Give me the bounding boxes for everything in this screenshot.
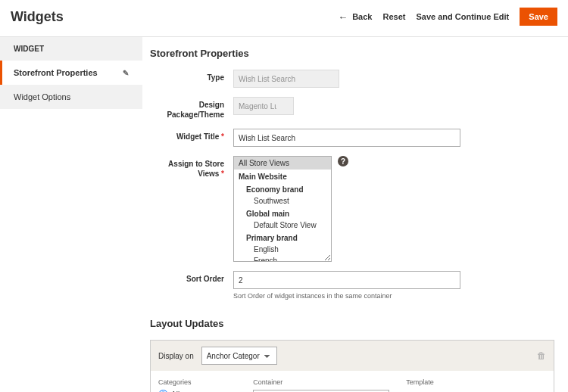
widget-title-input[interactable] xyxy=(233,129,460,147)
layout-section: Layout Updates Display on Anchor Categor… xyxy=(150,318,554,392)
delete-icon[interactable]: 🗑 xyxy=(537,350,546,361)
template-label: Template xyxy=(406,378,495,386)
row-type: Type Wish List Search xyxy=(150,70,554,88)
row-theme: Design Package/Theme Magento Luma xyxy=(150,97,554,120)
template-col: Template Wish List Search Template xyxy=(406,378,495,392)
theme-label: Design Package/Theme xyxy=(150,97,233,120)
edit-icon: ✎ xyxy=(123,69,129,77)
layout-update-body: Categories All Specific Categories Conta… xyxy=(151,371,554,392)
save-button[interactable]: Save xyxy=(520,8,557,26)
sv-english[interactable]: English xyxy=(234,244,331,255)
assign-label: Assign to Store Views xyxy=(150,156,233,179)
sv-all[interactable]: All Store Views xyxy=(234,157,331,170)
reset-button[interactable]: Reset xyxy=(382,12,405,21)
title-label: Widget Title xyxy=(150,129,233,142)
sv-french[interactable]: French xyxy=(234,255,331,262)
type-label: Type xyxy=(150,70,233,82)
sidebar-title: WIDGET xyxy=(0,37,142,61)
sort-note: Sort Order of widget instances in the sa… xyxy=(233,292,392,300)
sv-default-store-view[interactable]: Default Store View xyxy=(234,219,331,231)
container-label: Container xyxy=(253,378,389,386)
header-actions: ←Back Reset Save and Continue Edit Save xyxy=(338,8,557,26)
row-store-views: Assign to Store Views All Store Views Ma… xyxy=(150,156,554,262)
sidebar: WIDGET Storefront Properties ✎ Widget Op… xyxy=(0,37,142,392)
layout-update-item: Display on Anchor Categories 🗑 Categorie… xyxy=(150,340,554,392)
storefront-section-title: Storefront Properties xyxy=(150,48,554,59)
categories-label: Categories xyxy=(158,378,236,386)
content: WIDGET Storefront Properties ✎ Widget Op… xyxy=(0,37,568,392)
layout-update-head: Display on Anchor Categories 🗑 xyxy=(151,341,554,371)
main: Storefront Properties Type Wish List Sea… xyxy=(142,37,568,392)
theme-select: Magento Luma xyxy=(233,97,294,115)
container-col: Container Sidebar Additional xyxy=(253,378,389,392)
save-continue-button[interactable]: Save and Continue Edit xyxy=(416,12,509,21)
sv-economy-brand[interactable]: Economy brand xyxy=(234,182,331,195)
row-title: Widget Title xyxy=(150,129,554,147)
sidebar-item-storefront[interactable]: Storefront Properties ✎ xyxy=(0,61,142,85)
sv-global-main[interactable]: Global main xyxy=(234,207,331,219)
store-views-select[interactable]: All Store Views Main Website Economy bra… xyxy=(233,156,332,262)
type-select: Wish List Search xyxy=(233,70,339,88)
help-icon[interactable]: ? xyxy=(338,156,348,166)
sort-order-input[interactable] xyxy=(233,271,460,289)
layout-section-title: Layout Updates xyxy=(150,318,554,329)
display-on-select[interactable]: Anchor Categories xyxy=(201,347,277,365)
sv-primary-brand[interactable]: Primary brand xyxy=(234,231,331,244)
page-header: Widgets ←Back Reset Save and Continue Ed… xyxy=(0,0,568,37)
back-arrow-icon: ← xyxy=(338,11,348,23)
row-sort-order: Sort Order Sort Order of widget instance… xyxy=(150,271,554,300)
page-title: Widgets xyxy=(11,9,64,25)
categories-col: Categories All Specific Categories xyxy=(158,378,236,392)
sidebar-item-widget-options[interactable]: Widget Options xyxy=(0,85,142,109)
sort-label: Sort Order xyxy=(150,271,233,284)
sv-main-website[interactable]: Main Website xyxy=(234,170,331,182)
display-on-label: Display on xyxy=(158,352,194,360)
sv-southwest[interactable]: Southwest xyxy=(234,195,331,207)
back-button[interactable]: ←Back xyxy=(338,11,372,23)
